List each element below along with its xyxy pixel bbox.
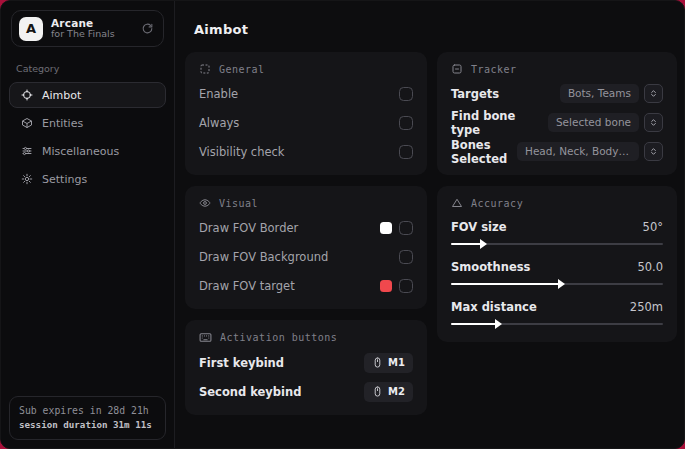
sidebar-item-settings[interactable]: Settings — [9, 166, 166, 192]
card-general: General Enable Always Visibility check — [185, 52, 427, 175]
fov-border-color-swatch[interactable] — [380, 222, 392, 234]
setting-label: Targets — [451, 87, 499, 101]
slider-fill — [451, 323, 496, 325]
card-general-header: General — [199, 63, 413, 75]
setting-label: Draw FOV target — [199, 279, 295, 293]
setting-row-targets: Targets Bots, Teams — [451, 83, 663, 104]
column-right: Tracker Targets Bots, Teams Find bone ty… — [437, 52, 677, 353]
setting-row-find-bone-type: Find bone type Selected bone — [451, 112, 663, 133]
slider-thumb[interactable] — [495, 319, 502, 329]
square-minus-icon — [451, 63, 463, 75]
eye-icon — [199, 197, 211, 209]
brand-text: Arcane for The Finals — [51, 17, 115, 40]
slider-thumb[interactable] — [558, 279, 565, 289]
visibility-check-checkbox[interactable] — [399, 145, 413, 159]
setting-label: Bones Selected — [451, 138, 517, 166]
brand-card: A Arcane for The Finals — [11, 10, 164, 47]
column-left: General Enable Always Visibility check — [185, 52, 427, 426]
sidebar-item-entities[interactable]: Entities — [9, 110, 166, 136]
card-visual-header: Visual — [199, 197, 413, 209]
session-duration: session duration 31m 11s — [19, 419, 156, 430]
card-tracker-header: Tracker — [451, 63, 663, 75]
chevrons-up-down-icon — [644, 113, 663, 132]
app-window: A Arcane for The Finals Category Aimbot — [0, 0, 685, 449]
setting-label: Draw FOV Border — [199, 221, 298, 235]
max-distance-slider[interactable] — [451, 319, 663, 329]
select-value: Head, Neck, Body, Fe.. — [517, 142, 639, 161]
setting-row-fov-size: FOV size 50° — [451, 219, 663, 249]
slider-fill — [451, 243, 481, 245]
enable-checkbox[interactable] — [399, 87, 413, 101]
setting-row-visibility-check: Visibility check — [199, 141, 413, 162]
sidebar-item-label: Miscellaneous — [42, 145, 119, 158]
keyboard-icon — [199, 331, 212, 344]
setting-row-fov-border: Draw FOV Border — [199, 217, 413, 238]
fov-background-checkbox[interactable] — [399, 250, 413, 264]
sidebar-item-label: Settings — [42, 173, 87, 186]
chevrons-up-down-icon — [644, 84, 663, 103]
setting-value: 50.0 — [637, 260, 663, 274]
card-columns: General Enable Always Visibility check — [185, 52, 677, 426]
setting-label: Second keybind — [199, 385, 301, 399]
card-tracker: Tracker Targets Bots, Teams Find bone ty… — [437, 52, 677, 175]
sidebar-nav: Aimbot Entities Miscellaneous Settings — [1, 81, 174, 193]
sync-icon[interactable] — [141, 22, 154, 35]
sidebar-item-aimbot[interactable]: Aimbot — [9, 82, 166, 108]
slider-fill — [451, 283, 559, 285]
targets-select[interactable]: Bots, Teams — [560, 84, 663, 103]
crosshair-icon — [21, 89, 33, 101]
setting-label: Always — [199, 116, 239, 130]
card-title: Accuracy — [471, 198, 523, 209]
setting-label: Visibility check — [199, 145, 285, 159]
card-visual: Visual Draw FOV Border Draw FOV Backgrou… — [185, 186, 427, 309]
dashed-box-icon — [199, 63, 211, 75]
setting-row-fov-target: Draw FOV target — [199, 275, 413, 296]
brand-subtitle: for The Finals — [51, 29, 115, 40]
fov-border-checkbox[interactable] — [399, 221, 413, 235]
setting-label: Enable — [199, 87, 238, 101]
setting-row-bones-selected: Bones Selected Head, Neck, Body, Fe.. — [451, 141, 663, 162]
sidebar: A Arcane for The Finals Category Aimbot — [1, 1, 175, 448]
setting-row-enable: Enable — [199, 83, 413, 104]
setting-row-second-keybind: Second keybind M2 — [199, 381, 413, 402]
card-activation-header: Activation buttons — [199, 331, 413, 344]
setting-label: FOV size — [451, 220, 507, 234]
setting-row-always: Always — [199, 112, 413, 133]
slider-thumb[interactable] — [480, 239, 487, 249]
category-label: Category — [16, 63, 174, 74]
first-keybind-button[interactable]: M1 — [364, 353, 413, 373]
fov-target-color-swatch[interactable] — [380, 280, 392, 292]
fov-size-slider[interactable] — [451, 239, 663, 249]
card-title: General — [219, 64, 265, 75]
keybind-value: M1 — [388, 357, 405, 368]
card-activation-buttons: Activation buttons First keybind M1 — [185, 320, 427, 415]
brand-logo: A — [19, 17, 43, 41]
select-value: Bots, Teams — [560, 84, 639, 103]
main-content: Aimbot General Enable — [175, 1, 685, 448]
chevrons-up-down-icon — [644, 142, 663, 161]
setting-row-first-keybind: First keybind M1 — [199, 352, 413, 373]
triangle-icon — [451, 197, 463, 209]
find-bone-type-select[interactable]: Selected bone — [548, 113, 663, 132]
setting-label: Find bone type — [451, 109, 548, 137]
bones-selected-select[interactable]: Head, Neck, Body, Fe.. — [517, 142, 663, 161]
cube-icon — [21, 117, 33, 129]
gear-icon — [21, 173, 33, 185]
second-keybind-button[interactable]: M2 — [364, 382, 413, 402]
sliders-icon — [21, 145, 33, 157]
keybind-value: M2 — [388, 386, 405, 397]
setting-value: 50° — [643, 220, 663, 234]
setting-row-max-distance: Max distance 250m — [451, 299, 663, 329]
always-checkbox[interactable] — [399, 116, 413, 130]
sidebar-item-label: Aimbot — [42, 89, 81, 102]
brand-logo-letter: A — [26, 21, 36, 36]
card-accuracy: Accuracy FOV size 50° — [437, 186, 677, 342]
sidebar-item-miscellaneous[interactable]: Miscellaneous — [9, 138, 166, 164]
card-accuracy-header: Accuracy — [451, 197, 663, 209]
setting-label: Max distance — [451, 300, 537, 314]
page-title: Aimbot — [194, 22, 677, 37]
setting-label: Draw FOV Background — [199, 250, 328, 264]
fov-target-checkbox[interactable] — [399, 279, 413, 293]
smoothness-slider[interactable] — [451, 279, 663, 289]
card-title: Activation buttons — [220, 332, 337, 343]
